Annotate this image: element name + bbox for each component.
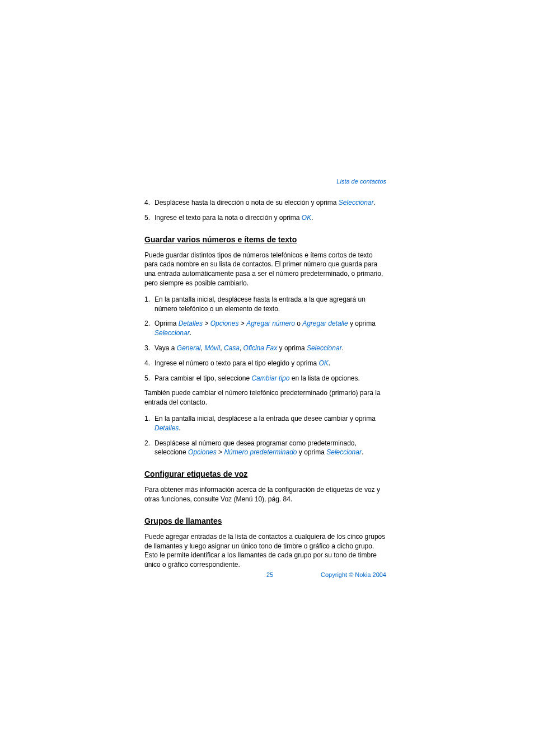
ui-term: Detalles: [179, 320, 203, 327]
list-item: 5. Para cambiar el tipo, seleccione Camb…: [144, 374, 386, 383]
ui-term: OK: [302, 214, 311, 222]
ui-term: Detalles: [154, 424, 179, 432]
ui-term: Agregar número: [246, 320, 295, 327]
ui-term: Opciones: [210, 320, 239, 327]
ui-term: Opciones: [188, 448, 217, 456]
body-paragraph: También puede cambiar el número telefóni…: [144, 388, 386, 407]
list-number: 1.: [144, 414, 154, 433]
list-number: 5.: [144, 374, 154, 383]
page-footer: 25 Copyright © Nokia 2004: [144, 571, 386, 578]
list-text: Vaya a General, Móvil, Casa, Oficina Fax…: [154, 344, 386, 353]
page-content: Lista de contactos 4. Desplácese hasta l…: [144, 178, 386, 576]
list-number: 4.: [144, 198, 154, 208]
list-text: Ingrese el número o texto para el tipo e…: [154, 359, 386, 368]
ui-term: Seleccionar: [326, 448, 362, 456]
list-text: Oprima Detalles > Opciones > Agregar núm…: [154, 319, 386, 338]
list-number: 2.: [144, 319, 154, 338]
list-item: 2. Oprima Detalles > Opciones > Agregar …: [144, 319, 386, 338]
ui-term: Móvil: [204, 344, 220, 352]
ui-term: Seleccionar: [307, 344, 342, 352]
ui-term: OK: [319, 359, 329, 367]
ui-term: General: [177, 344, 201, 352]
body-paragraph: Puede guardar distintos tipos de números…: [144, 251, 386, 288]
list-item: 3. Vaya a General, Móvil, Casa, Oficina …: [144, 344, 386, 353]
ui-term: Oficina Fax: [243, 344, 278, 352]
list-number: 5.: [144, 213, 154, 223]
list-text: En la pantalla inicial, desplácese hasta…: [154, 295, 386, 314]
list-number: 4.: [144, 359, 154, 368]
list-number: 1.: [144, 295, 154, 314]
list-text: Para cambiar el tipo, seleccione Cambiar…: [154, 374, 386, 383]
copyright-text: Copyright © Nokia 2004: [321, 571, 386, 578]
list-item: 5. Ingrese el texto para la nota o direc…: [144, 213, 386, 223]
page-number: 25: [266, 571, 273, 578]
section-heading: Grupos de llamantes: [144, 516, 386, 525]
list-item: 4. Ingrese el número o texto para el tip…: [144, 359, 386, 368]
list-text: Desplácese hasta la dirección o nota de …: [154, 198, 386, 208]
list-number: 3.: [144, 344, 154, 353]
list-text: En la pantalla inicial, desplácese a la …: [154, 414, 386, 433]
list-item: 2. Desplácese al número que desea progra…: [144, 439, 386, 458]
section-heading: Guardar varios números e ítems de texto: [144, 235, 386, 244]
list-text: Desplácese al número que desea programar…: [154, 439, 386, 458]
ui-term: Agregar detalle: [302, 320, 348, 327]
body-paragraph: Puede agregar entradas de la lista de co…: [144, 532, 386, 570]
list-item: 4. Desplácese hasta la dirección o nota …: [144, 198, 386, 208]
ui-term: Cambiar tipo: [251, 374, 289, 382]
list-text: Ingrese el texto para la nota o direcció…: [154, 213, 386, 223]
ui-term: Seleccionar: [339, 199, 374, 206]
ui-term: Número predeterminado: [224, 448, 297, 456]
list-item: 1. En la pantalla inicial, desplácese ha…: [144, 295, 386, 314]
section-heading: Configurar etiquetas de voz: [144, 469, 386, 478]
ui-term: Casa: [224, 344, 240, 352]
list-item: 1. En la pantalla inicial, desplácese a …: [144, 414, 386, 433]
header-section-label: Lista de contactos: [144, 178, 386, 185]
ui-term: Seleccionar: [154, 329, 190, 337]
body-paragraph: Para obtener más información acerca de l…: [144, 485, 386, 504]
list-number: 2.: [144, 439, 154, 458]
